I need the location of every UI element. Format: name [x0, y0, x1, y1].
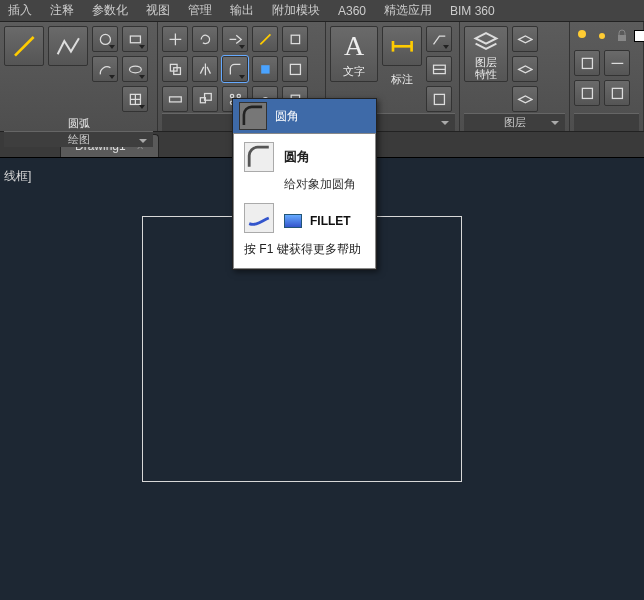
arc-label: 圆弧 [49, 116, 109, 131]
svg-rect-26 [434, 94, 444, 104]
prop4[interactable] [604, 80, 630, 106]
fillet-flyout: 圆角 圆角 给对象加圆角 FILLET 按 F1 键获得更多帮助 [232, 98, 377, 270]
lock-icon [614, 28, 630, 44]
line-button[interactable] [4, 26, 44, 66]
svg-point-16 [230, 94, 233, 97]
more1-btn[interactable] [282, 26, 308, 52]
visual-style-label[interactable]: 线框] [4, 168, 31, 185]
menu-view[interactable]: 视图 [146, 2, 170, 19]
menu-bim360[interactable]: BIM 360 [450, 4, 495, 18]
rect-btn[interactable] [122, 26, 148, 52]
panel-draw: 圆弧 绘图 [0, 22, 158, 131]
layer-props-label: 图层 特性 [475, 56, 497, 80]
lay2[interactable] [512, 56, 538, 82]
svg-rect-32 [582, 88, 592, 98]
leader-btn[interactable] [426, 26, 452, 52]
menu-insert[interactable]: 插入 [8, 2, 32, 19]
prop3[interactable] [574, 80, 600, 106]
svg-point-17 [237, 94, 240, 97]
panel-layers-title[interactable]: 图层 [464, 113, 565, 131]
bulb-icon [574, 28, 590, 44]
table-btn[interactable] [426, 56, 452, 82]
chamfer-tooltip-icon [244, 203, 274, 233]
svg-rect-33 [612, 88, 622, 98]
more2-btn[interactable] [282, 56, 308, 82]
circle-btn[interactable] [92, 26, 118, 52]
ellipse-btn[interactable] [122, 56, 148, 82]
dim-button[interactable] [382, 26, 422, 66]
menu-output[interactable]: 输出 [230, 2, 254, 19]
flyout-fillet-label: 圆角 [275, 108, 299, 125]
svg-point-1 [100, 34, 110, 44]
command-icon [284, 214, 302, 228]
sun-icon [594, 28, 610, 44]
svg-rect-2 [130, 36, 140, 43]
stretch-btn[interactable] [162, 86, 188, 112]
lay1[interactable] [512, 26, 538, 52]
svg-rect-8 [291, 35, 299, 43]
move-btn[interactable] [162, 26, 188, 52]
menu-annotate[interactable]: 注释 [50, 2, 74, 19]
svg-point-27 [578, 30, 586, 38]
scale-btn[interactable] [192, 86, 218, 112]
trim-btn[interactable] [222, 26, 248, 52]
color-swatch[interactable] [634, 30, 644, 42]
panel-draw-title-text: 绘图 [68, 132, 90, 147]
svg-line-7 [260, 34, 270, 44]
command-name: FILLET [310, 214, 351, 228]
mirror-btn[interactable] [192, 56, 218, 82]
fillet-icon [239, 102, 267, 130]
panel-prop-title[interactable] [574, 113, 639, 131]
svg-rect-30 [582, 58, 592, 68]
menu-a360[interactable]: A360 [338, 4, 366, 18]
menu-manage[interactable]: 管理 [188, 2, 212, 19]
menu-parametric[interactable]: 参数化 [92, 2, 128, 19]
svg-line-0 [15, 37, 34, 56]
tooltip-desc: 给对象加圆角 [284, 176, 361, 193]
svg-point-28 [599, 33, 605, 39]
flyout-fillet[interactable]: 圆角 [233, 99, 376, 133]
svg-rect-13 [169, 96, 181, 101]
extend-btn[interactable] [252, 26, 278, 52]
fillet-btn[interactable] [222, 56, 248, 82]
panel-layers: 图层 特性 图层 [460, 22, 570, 131]
menu-featured[interactable]: 精选应用 [384, 2, 432, 19]
text-button[interactable]: A 文字 [330, 26, 378, 82]
panel-draw-title[interactable]: 绘图 [4, 131, 153, 147]
hatch-btn[interactable] [122, 86, 148, 112]
tooltip-icon [244, 142, 274, 172]
tooltip-title: 圆角 [284, 148, 310, 166]
menu-addons[interactable]: 附加模块 [272, 2, 320, 19]
text-button-label: 文字 [343, 64, 365, 79]
fillet-tooltip: 圆角 给对象加圆角 FILLET 按 F1 键获得更多帮助 [233, 133, 376, 269]
polyline-button[interactable] [48, 26, 88, 66]
lay3[interactable] [512, 86, 538, 112]
anno3-btn[interactable] [426, 86, 452, 112]
svg-rect-29 [618, 35, 626, 41]
svg-rect-12 [290, 64, 300, 74]
tooltip-help: 按 F1 键获得更多帮助 [244, 241, 361, 258]
chamfer-btn[interactable] [252, 56, 278, 82]
prop1[interactable] [574, 50, 600, 76]
panel-properties: 0 [570, 22, 644, 131]
prop2[interactable] [604, 50, 630, 76]
layer-props-button[interactable]: 图层 特性 [464, 26, 508, 82]
menu-bar: 插入 注释 参数化 视图 管理 输出 附加模块 A360 精选应用 BIM 36… [0, 0, 644, 22]
svg-rect-11 [261, 65, 269, 73]
svg-point-3 [129, 66, 141, 73]
arc-btn[interactable] [92, 56, 118, 82]
rotate-btn[interactable] [192, 26, 218, 52]
copy-btn[interactable] [162, 56, 188, 82]
dim-label: 标注 [391, 72, 413, 87]
panel-layers-title-text: 图层 [504, 115, 526, 130]
